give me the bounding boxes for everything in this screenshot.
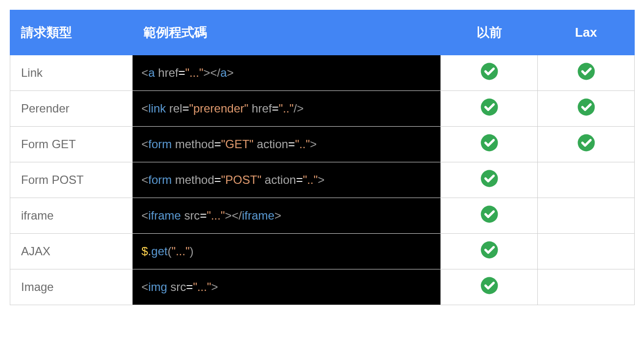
- request-type-cell: Form POST: [10, 162, 133, 198]
- code-snippet: $.get("..."): [133, 234, 440, 269]
- example-code-cell: <form method="GET" action="..">: [133, 127, 441, 162]
- lax-status-cell: [538, 234, 635, 269]
- code-snippet: <form method="GET" action="..">: [133, 127, 440, 162]
- code-snippet: <img src="...">: [133, 269, 440, 305]
- before-status-cell: [441, 55, 538, 91]
- request-type-cell: Form GET: [10, 127, 133, 162]
- header-lax: Lax: [538, 10, 635, 55]
- check-icon: [480, 98, 499, 116]
- check-icon: [577, 62, 596, 81]
- check-icon: [480, 276, 499, 295]
- request-type-cell: Link: [10, 55, 133, 91]
- check-icon: [577, 98, 596, 116]
- request-type-cell: iframe: [10, 198, 133, 234]
- example-code-cell: <img src="...">: [133, 269, 441, 305]
- check-icon: [480, 241, 499, 259]
- before-status-cell: [441, 127, 538, 162]
- lax-status-cell: [538, 91, 635, 127]
- table-row: Form GET<form method="GET" action="..">: [10, 127, 635, 162]
- lax-status-cell: [538, 269, 635, 305]
- check-icon: [480, 134, 499, 152]
- example-code-cell: $.get("..."): [133, 234, 441, 269]
- before-status-cell: [441, 162, 538, 198]
- header-request-type: 請求類型: [10, 10, 133, 55]
- table-row: Image<img src="...">: [10, 269, 635, 305]
- check-icon: [480, 62, 499, 81]
- table-header-row: 請求類型 範例程式碼 以前 Lax: [10, 10, 635, 55]
- table-body: Link<a href="..."></a>Perender<link rel=…: [10, 55, 635, 305]
- header-before: 以前: [441, 10, 538, 55]
- lax-status-cell: [538, 127, 635, 162]
- table-row: AJAX$.get("..."): [10, 234, 635, 269]
- lax-status-cell: [538, 198, 635, 234]
- check-icon: [480, 205, 499, 223]
- request-type-cell: Image: [10, 269, 133, 305]
- check-icon: [577, 134, 596, 152]
- table-row: Form POST<form method="POST" action=".."…: [10, 162, 635, 198]
- example-code-cell: <a href="..."></a>: [133, 55, 441, 91]
- table-row: Link<a href="..."></a>: [10, 55, 635, 91]
- request-type-cell: Perender: [10, 91, 133, 127]
- code-snippet: <a href="..."></a>: [133, 55, 440, 90]
- before-status-cell: [441, 198, 538, 234]
- request-type-cell: AJAX: [10, 234, 133, 269]
- example-code-cell: <iframe src="..."></iframe>: [133, 198, 441, 234]
- code-snippet: <iframe src="..."></iframe>: [133, 198, 440, 233]
- before-status-cell: [441, 269, 538, 305]
- code-snippet: <form method="POST" action="..">: [133, 162, 440, 198]
- example-code-cell: <form method="POST" action="..">: [133, 162, 441, 198]
- lax-status-cell: [538, 55, 635, 91]
- before-status-cell: [441, 234, 538, 269]
- table-row: Perender<link rel="prerender" href=".."/…: [10, 91, 635, 127]
- code-snippet: <link rel="prerender" href=".."/>: [133, 91, 440, 126]
- lax-status-cell: [538, 162, 635, 198]
- header-example-code: 範例程式碼: [133, 10, 441, 55]
- samesite-comparison-table: 請求類型 範例程式碼 以前 Lax Link<a href="..."></a>…: [10, 10, 635, 305]
- check-icon: [480, 169, 499, 188]
- before-status-cell: [441, 91, 538, 127]
- table-row: iframe<iframe src="..."></iframe>: [10, 198, 635, 234]
- example-code-cell: <link rel="prerender" href=".."/>: [133, 91, 441, 127]
